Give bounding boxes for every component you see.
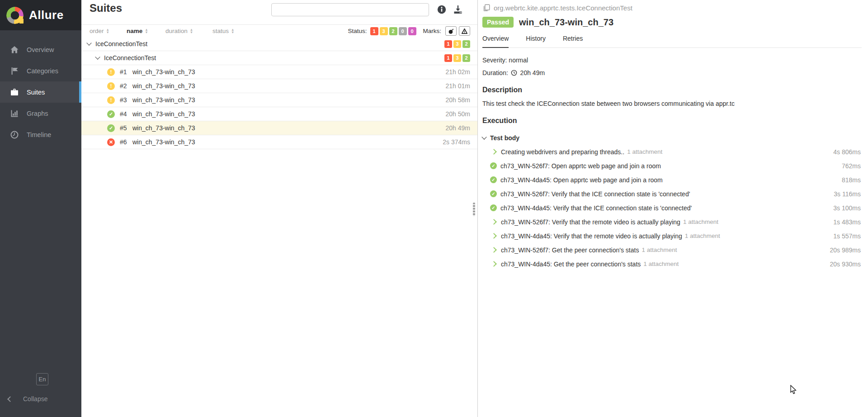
test-name: win_ch_73-win_ch_73: [132, 96, 195, 104]
step-row[interactable]: ch73_WIN-526f7: Verify that the ICE conn…: [482, 187, 862, 201]
status-filter-badge[interactable]: 0: [408, 27, 416, 35]
passed-count-badge: 2: [462, 40, 470, 48]
panel-splitter-handle[interactable]: [473, 203, 475, 216]
step-row[interactable]: ch73_WIN-4da45: Get the peer connection'…: [482, 257, 862, 271]
status-filter-badge[interactable]: 3: [380, 27, 388, 35]
bar-chart-icon: [10, 109, 19, 118]
search-input[interactable]: [271, 3, 429, 16]
test-fullname: org.webrtc.kite.apprtc.tests.IceConnecti…: [494, 4, 632, 12]
test-name: win_ch_73-win_ch_73: [132, 68, 195, 76]
sorter-duration[interactable]: duration: [165, 28, 212, 34]
test-order-number: #4: [120, 110, 131, 118]
chevron-left-icon: [7, 396, 13, 402]
test-row[interactable]: #1 win_ch_73-win_ch_73 21h 02m: [81, 65, 477, 79]
known-issue-mark-button[interactable]: [459, 26, 470, 36]
clock-icon: [10, 130, 19, 139]
test-duration: 2s 374ms: [443, 138, 470, 146]
test-fullname-row: org.webrtc.kite.apprtc.tests.IceConnecti…: [482, 4, 862, 12]
flaky-mark-button[interactable]: [445, 26, 457, 36]
sidebar-item-categories[interactable]: Categories: [0, 60, 81, 81]
step-status-icon: [490, 190, 497, 197]
step-row[interactable]: ch73_WIN-526f7: Verify that the remote v…: [482, 215, 862, 229]
sidebar-item-overview[interactable]: Overview: [0, 39, 81, 60]
sort-arrows-icon: [145, 28, 148, 33]
failed-count-badge: 1: [444, 40, 452, 48]
test-duration: 20h 50m: [446, 110, 470, 118]
step-duration: 1s 483ms: [833, 218, 861, 226]
test-name: win_ch_73-win_ch_73: [132, 138, 195, 146]
allure-logo-icon: [6, 7, 24, 24]
test-body-toggle[interactable]: Test body: [482, 134, 862, 142]
status-filter-badge[interactable]: 0: [399, 27, 407, 35]
step-duration: 3s 116ms: [834, 190, 861, 198]
test-title: win_ch_73-win_ch_73: [519, 17, 613, 28]
sidebar-item-timeline[interactable]: Timeline: [0, 124, 81, 145]
duration-label: Duration:: [482, 69, 508, 76]
severity-label: Severity:: [482, 57, 507, 64]
test-status-icon: [107, 96, 115, 104]
step-duration: 818ms: [842, 176, 861, 184]
step-row[interactable]: ch73_WIN-526f7: Open apprtc web page and…: [482, 159, 862, 173]
sidebar-item-suites[interactable]: Suites: [0, 81, 81, 103]
step-duration: 1s 557ms: [833, 232, 861, 240]
severity-line: Severity: normal: [482, 57, 862, 64]
suite-group-row[interactable]: IceConnectionTest 1 3 2: [81, 37, 477, 51]
sorter-name[interactable]: name: [127, 28, 165, 34]
flag-icon: [10, 66, 19, 76]
app-logo: Allure: [0, 0, 81, 30]
step-label: ch73_WIN-526f7: Open apprtc web page and…: [500, 162, 661, 170]
test-duration: 21h 01m: [446, 82, 470, 90]
test-status-icon: [107, 82, 115, 90]
sorter-status[interactable]: status: [212, 28, 253, 34]
severity-value: normal: [509, 57, 528, 64]
sorter-order[interactable]: order: [90, 28, 127, 34]
collapse-label: Collapse: [23, 395, 47, 403]
filter-cluster: Status: 1 3 2 0 0 Marks:: [348, 26, 477, 36]
step-row[interactable]: ch73_WIN-4da45: Open apprtc web page and…: [482, 173, 862, 187]
sorter-row: order name duration status Status: 1 3 2…: [81, 24, 477, 37]
step-status-icon: [490, 162, 497, 169]
details-tab[interactable]: Overview: [482, 35, 509, 48]
test-details-panel: org.webrtc.kite.apprtc.tests.IceConnecti…: [477, 0, 868, 417]
description-text: This test check the ICEConnection state …: [482, 100, 862, 107]
test-row[interactable]: #4 win_ch_73-win_ch_73 20h 50m: [81, 107, 477, 121]
warning-triangle-icon: [461, 28, 468, 34]
step-status-icon: [490, 204, 497, 211]
step-row[interactable]: Creating webdrivers and preparing thread…: [482, 145, 862, 159]
test-name: win_ch_73-win_ch_73: [132, 124, 195, 132]
test-row[interactable]: #5 win_ch_73-win_ch_73 20h 49m: [81, 121, 477, 135]
status-filter-badge[interactable]: 2: [389, 27, 397, 35]
sort-arrows-icon: [190, 28, 193, 33]
collapse-button[interactable]: Collapse: [8, 395, 47, 403]
sorter-label: status: [212, 28, 229, 34]
step-row[interactable]: ch73_WIN-4da45: Verify that the remote v…: [482, 229, 862, 243]
details-tab[interactable]: History: [526, 35, 546, 47]
suite-group-name: IceConnectionTest: [95, 40, 147, 47]
test-row[interactable]: #3 win_ch_73-win_ch_73 20h 58m: [81, 93, 477, 107]
failed-count-badge: 1: [444, 54, 452, 62]
step-row[interactable]: ch73_WIN-526f7: Get the peer connection'…: [482, 243, 862, 257]
step-label: Creating webdrivers and preparing thread…: [501, 148, 624, 156]
test-row[interactable]: #6 win_ch_73-win_ch_73 2s 374ms: [81, 135, 477, 149]
step-status-icon: [490, 248, 497, 252]
description-heading: Description: [482, 86, 862, 94]
download-button[interactable]: [451, 3, 465, 16]
suite-group-row[interactable]: IceConnectionTest 1 3 2: [81, 51, 477, 65]
sidebar-item-label: Graphs: [27, 110, 48, 117]
sidebar-item-label: Overview: [27, 46, 54, 53]
test-order-number: #5: [120, 124, 131, 132]
test-order-number: #6: [120, 138, 131, 146]
test-row[interactable]: #2 win_ch_73-win_ch_73 21h 01m: [81, 79, 477, 93]
details-tab[interactable]: Retries: [563, 35, 583, 47]
sidebar-item-graphs[interactable]: Graphs: [0, 103, 81, 124]
step-duration: 762ms: [842, 162, 861, 170]
sidebar-nav: Overview Categories Suites Graphs Timeli…: [0, 39, 81, 145]
status-filter-badge[interactable]: 1: [370, 27, 378, 35]
step-label: ch73_WIN-4da45: Verify that the remote v…: [501, 232, 682, 240]
info-button[interactable]: [435, 3, 448, 16]
language-button[interactable]: En: [36, 373, 48, 385]
test-name: win_ch_73-win_ch_73: [132, 110, 195, 118]
test-status-icon: [107, 110, 115, 118]
test-status-icon: [107, 68, 115, 76]
step-row[interactable]: ch73_WIN-4da45: Verify that the ICE conn…: [482, 201, 862, 215]
